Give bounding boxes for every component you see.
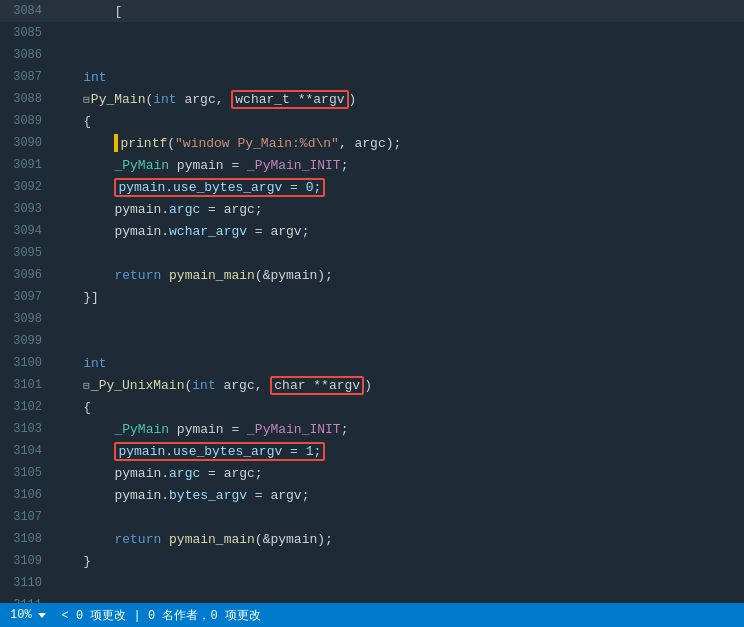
token: pymain_main <box>169 268 255 283</box>
token: (&pymain); <box>255 268 333 283</box>
token <box>52 378 83 393</box>
code-line: 3090 printf("window Py_Main:%d\n", argc)… <box>0 132 744 154</box>
code-line: 3105 pymain.argc = argc; <box>0 462 744 484</box>
token <box>52 180 114 195</box>
token <box>52 202 114 217</box>
token: _PyMain_INIT <box>247 158 341 173</box>
token <box>52 356 83 371</box>
highlight-box: pymain.use_bytes_argv = 1; <box>114 442 325 461</box>
token <box>52 136 114 151</box>
token: pymain_main <box>169 532 255 547</box>
code-line: 3088 ⊟Py_Main(int argc, wchar_t **argv) <box>0 88 744 110</box>
highlight-box: pymain.use_bytes_argv = 0; <box>114 178 325 197</box>
token <box>52 290 83 305</box>
line-number: 3106 <box>0 488 52 502</box>
token: return <box>114 268 169 283</box>
line-content: int <box>52 70 736 85</box>
token: } <box>83 554 91 569</box>
code-editor: 3084 [308530863087 int3088 ⊟Py_Main(int … <box>0 0 744 603</box>
code-line: 3095 <box>0 242 744 264</box>
line-number: 3088 <box>0 92 52 106</box>
token <box>52 488 114 503</box>
token <box>52 532 114 547</box>
token: int <box>83 356 106 371</box>
token: argc <box>169 202 200 217</box>
token: = argv; <box>247 488 309 503</box>
token: return <box>114 532 169 547</box>
code-line: 3087 int <box>0 66 744 88</box>
token: [ <box>52 4 122 19</box>
code-line: 3089 { <box>0 110 744 132</box>
token <box>52 158 114 173</box>
token <box>52 70 83 85</box>
code-line: 3102 { <box>0 396 744 418</box>
line-number: 3097 <box>0 290 52 304</box>
code-line: 3097 }] <box>0 286 744 308</box>
line-number: 3086 <box>0 48 52 62</box>
code-line: 3085 <box>0 22 744 44</box>
token: pymain = <box>169 158 247 173</box>
breakpoint-marker <box>114 134 118 152</box>
token: bytes_argv <box>169 488 247 503</box>
code-line: 3106 pymain.bytes_argv = argv; <box>0 484 744 506</box>
statusbar: 10% < 0 项更改 | 0 名作者，0 项更改 <box>0 603 744 627</box>
highlight-box: wchar_t **argv <box>231 90 348 109</box>
line-content: _PyMain pymain = _PyMain_INIT; <box>52 422 736 437</box>
line-number: 3101 <box>0 378 52 392</box>
token <box>52 444 114 459</box>
token: Py_Main <box>91 92 146 107</box>
code-line: 3103 _PyMain pymain = _PyMain_INIT; <box>0 418 744 440</box>
code-line: 3104 pymain.use_bytes_argv = 1; <box>0 440 744 462</box>
token: _PyMain <box>114 158 169 173</box>
token: = argc; <box>200 202 262 217</box>
token <box>52 554 83 569</box>
token <box>52 92 83 107</box>
code-line: 3091 _PyMain pymain = _PyMain_INIT; <box>0 154 744 176</box>
line-number: 3087 <box>0 70 52 84</box>
code-line: 3092 pymain.use_bytes_argv = 0; <box>0 176 744 198</box>
line-number: 3104 <box>0 444 52 458</box>
code-line: 3096 return pymain_main(&pymain); <box>0 264 744 286</box>
line-content: pymain.argc = argc; <box>52 466 736 481</box>
line-content: pymain.use_bytes_argv = 0; <box>52 178 736 197</box>
zoom-control[interactable]: 10% <box>10 608 46 622</box>
token: pymain = <box>169 422 247 437</box>
token: ) <box>349 92 357 107</box>
token: { <box>83 114 91 129</box>
code-line: 3100 int <box>0 352 744 374</box>
token <box>52 268 114 283</box>
line-content: [ <box>52 4 736 19</box>
code-line: 3084 [ <box>0 0 744 22</box>
zoom-label: 10% <box>10 608 32 622</box>
line-content: { <box>52 400 736 415</box>
fold-icon[interactable]: ⊟ <box>83 93 90 106</box>
token: _PyMain <box>114 422 169 437</box>
token: { <box>83 400 91 415</box>
token: pymain. <box>114 202 169 217</box>
line-number: 3092 <box>0 180 52 194</box>
line-number: 3085 <box>0 26 52 40</box>
code-line: 3107 <box>0 506 744 528</box>
token <box>52 114 83 129</box>
line-content: pymain.argc = argc; <box>52 202 736 217</box>
line-number: 3095 <box>0 246 52 260</box>
line-content: { <box>52 114 736 129</box>
token: = argv; <box>247 224 309 239</box>
code-line: 3109 } <box>0 550 744 572</box>
highlight-box: char **argv <box>270 376 364 395</box>
token: ) <box>364 378 372 393</box>
code-line: 3094 pymain.wchar_argv = argv; <box>0 220 744 242</box>
line-number: 3084 <box>0 4 52 18</box>
code-line: 3093 pymain.argc = argc; <box>0 198 744 220</box>
line-number: 3108 <box>0 532 52 546</box>
token: argc, <box>216 378 271 393</box>
token <box>52 422 114 437</box>
token: , argc); <box>339 136 401 151</box>
fold-icon[interactable]: ⊟ <box>83 379 90 392</box>
token: pymain. <box>114 224 169 239</box>
line-number: 3098 <box>0 312 52 326</box>
line-number: 3107 <box>0 510 52 524</box>
code-line: 3101 ⊟_Py_UnixMain(int argc, char **argv… <box>0 374 744 396</box>
zoom-dropdown-icon <box>38 613 46 618</box>
line-number: 3090 <box>0 136 52 150</box>
